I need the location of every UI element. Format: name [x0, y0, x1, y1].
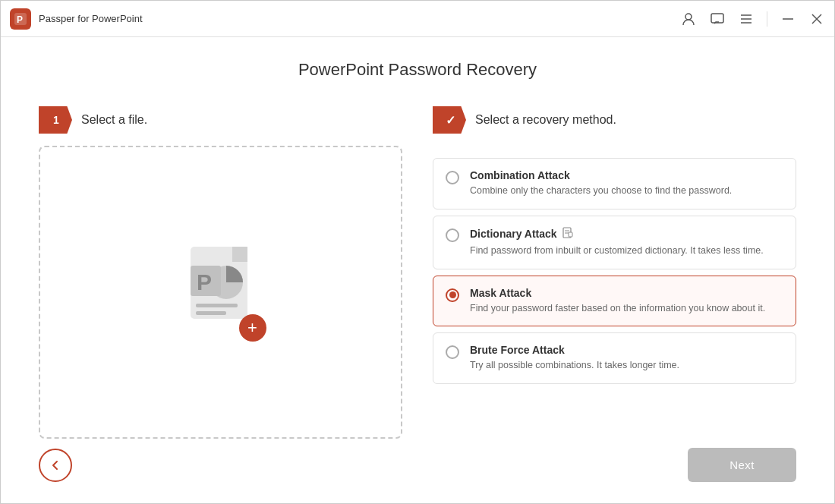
step1-header: 1 Select a file.	[39, 106, 402, 134]
radio-brute-force[interactable]	[446, 345, 459, 359]
option-brute-force-desc: Try all possible combinations. It takes …	[470, 358, 679, 373]
app-icon: P	[10, 8, 31, 30]
step1-badge: 1	[39, 106, 72, 134]
ppt-icon-wrapper: P +	[179, 243, 263, 342]
svg-rect-12	[196, 304, 238, 307]
option-combination[interactable]: Combination Attack Combine only the char…	[433, 158, 796, 209]
user-icon[interactable]	[680, 11, 697, 27]
option-mask-text: Mask Attack Find your password faster ba…	[470, 287, 765, 316]
option-brute-force-title: Brute Force Attack	[470, 344, 679, 356]
option-brute-force-text: Brute Force Attack Try all possible comb…	[470, 344, 679, 373]
svg-point-2	[685, 14, 692, 20]
radio-mask[interactable]	[446, 288, 459, 302]
option-brute-force[interactable]: Brute Force Attack Try all possible comb…	[433, 332, 796, 384]
left-panel: 1 Select a file.	[39, 106, 402, 439]
titlebar-separator	[767, 11, 767, 27]
svg-text:P: P	[17, 14, 23, 25]
option-combination-text: Combination Attack Combine only the char…	[470, 169, 732, 198]
step2-badge: ✓	[433, 106, 466, 134]
add-file-button[interactable]: +	[239, 314, 266, 342]
option-dictionary-desc: Find password from inbuilt or customized…	[470, 244, 764, 258]
main-content: PowerPoint Password Recovery 1 Select a …	[1, 37, 834, 504]
radio-dictionary[interactable]	[446, 228, 459, 242]
titlebar: P Passper for PowerPoint	[1, 1, 834, 37]
step1-label: Select a file.	[81, 113, 147, 127]
option-combination-desc: Combine only the characters you choose t…	[470, 184, 732, 198]
option-dictionary-text: Dictionary Attack Find password from inb…	[470, 227, 764, 258]
next-button[interactable]: Next	[688, 448, 796, 482]
back-button[interactable]	[39, 449, 72, 482]
option-dictionary[interactable]: Dictionary Attack Find password from inb…	[433, 216, 796, 269]
step2-header: ✓ Select a recovery method.	[433, 106, 796, 134]
page-title: PowerPoint Password Recovery	[39, 60, 796, 80]
chat-icon[interactable]	[709, 11, 726, 27]
minimize-button[interactable]	[780, 11, 796, 27]
option-dictionary-title: Dictionary Attack	[470, 227, 764, 241]
right-panel: ✓ Select a recovery method. Combination …	[433, 106, 796, 439]
step2-label: Select a recovery method.	[475, 113, 616, 127]
svg-rect-20	[569, 232, 572, 237]
recovery-options: Combination Attack Combine only the char…	[433, 158, 796, 384]
option-mask[interactable]: Mask Attack Find your password faster ba…	[433, 276, 796, 327]
menu-icon[interactable]	[738, 11, 755, 27]
titlebar-left: P Passper for PowerPoint	[10, 8, 143, 30]
close-button[interactable]	[808, 11, 825, 27]
two-column-layout: 1 Select a file.	[39, 106, 796, 439]
bottom-bar: Next	[39, 439, 796, 482]
option-combination-title: Combination Attack	[470, 169, 732, 181]
dictionary-file-icon	[562, 227, 574, 241]
svg-rect-3	[711, 14, 723, 23]
option-mask-desc: Find your password faster based on the i…	[470, 301, 765, 316]
svg-rect-11	[232, 247, 247, 262]
titlebar-right	[680, 11, 825, 27]
option-mask-title: Mask Attack	[470, 287, 765, 299]
radio-combination[interactable]	[446, 171, 459, 184]
radio-mask-fill	[449, 291, 456, 298]
file-drop-zone[interactable]: P +	[39, 146, 402, 439]
app-title-text: Passper for PowerPoint	[39, 13, 143, 24]
svg-rect-13	[196, 311, 226, 315]
svg-text:P: P	[197, 269, 212, 295]
